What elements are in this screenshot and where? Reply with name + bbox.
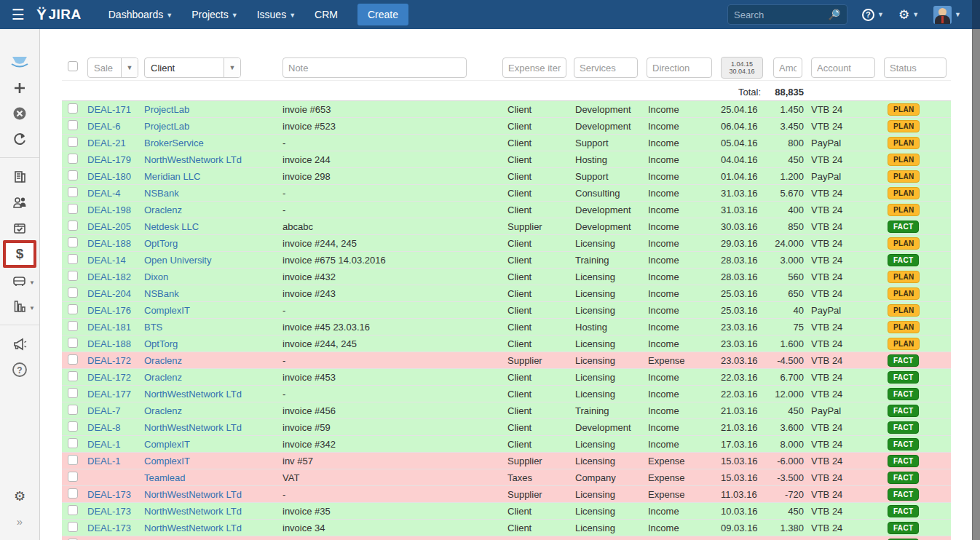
company-link[interactable]: Oraclenz	[144, 405, 282, 416]
row-checkbox[interactable]	[68, 405, 78, 415]
client-select[interactable]: Client ▼	[144, 57, 241, 78]
status-badge[interactable]: FACT	[888, 421, 919, 434]
deal-key-link[interactable]: DEAL-188	[87, 338, 144, 349]
company-link[interactable]: NorthWestNetwork LTd	[144, 489, 282, 500]
row-checkbox[interactable]	[68, 522, 78, 532]
company-link[interactable]: NorthWestNetwork LTd	[144, 506, 282, 517]
deal-key-link[interactable]: DEAL-8	[87, 422, 144, 433]
company-link[interactable]: Dixon	[144, 271, 282, 282]
row-checkbox[interactable]	[68, 505, 78, 515]
status-badge[interactable]: FACT	[888, 472, 919, 484]
row-checkbox[interactable]	[68, 103, 78, 114]
sale-select[interactable]: Sale ▼	[87, 57, 138, 78]
status-badge[interactable]: PLAN	[888, 103, 920, 116]
deal-key-link[interactable]: DEAL-172	[87, 355, 144, 366]
help-icon[interactable]: ?	[3, 357, 36, 382]
company-link[interactable]: ComplexIT	[144, 305, 282, 316]
jira-logo[interactable]: Ÿ JIRA	[36, 6, 82, 23]
row-checkbox[interactable]	[68, 304, 78, 314]
company-link[interactable]: ProjectLab	[144, 104, 282, 115]
status-badge[interactable]: FACT	[888, 522, 919, 534]
row-checkbox[interactable]	[68, 371, 78, 381]
status-badge[interactable]: PLAN	[888, 287, 920, 300]
company-link[interactable]: BTS	[144, 322, 282, 333]
chevron-down-icon[interactable]: ▼	[121, 58, 138, 77]
company-link[interactable]: BrokerService	[144, 138, 282, 148]
status-badge[interactable]: PLAN	[888, 304, 920, 317]
row-checkbox[interactable]	[68, 321, 78, 331]
expand-icon[interactable]: »	[3, 509, 36, 534]
user-menu[interactable]: ▼	[933, 6, 961, 24]
company-link[interactable]: Meridian LLC	[144, 171, 282, 182]
services-filter-input[interactable]	[574, 57, 638, 78]
direction-filter-input[interactable]	[647, 57, 712, 78]
nav-issues[interactable]: Issues▼	[257, 9, 296, 20]
status-badge[interactable]: FACT	[888, 388, 919, 400]
company-link[interactable]: ComplexIT	[144, 439, 282, 450]
deal-key-link[interactable]: DEAL-177	[87, 389, 144, 400]
row-checkbox[interactable]	[68, 187, 78, 197]
row-checkbox[interactable]	[68, 455, 78, 465]
reports-icon[interactable]: ▼	[3, 293, 36, 319]
status-badge[interactable]: FACT	[888, 488, 919, 501]
settings-menu[interactable]: ⚙ ▼	[898, 7, 919, 23]
search-icon[interactable]: 🔍	[829, 9, 841, 20]
company-link[interactable]: OptTorg	[144, 238, 282, 249]
contacts-icon[interactable]	[3, 189, 36, 215]
company-link[interactable]: NorthWestNetwork LTd	[144, 389, 282, 400]
status-badge[interactable]: FACT	[888, 505, 919, 517]
status-badge[interactable]: FACT	[888, 405, 919, 417]
status-badge[interactable]: FACT	[888, 455, 919, 467]
company-link[interactable]: NSBank	[144, 288, 282, 299]
row-checkbox[interactable]	[68, 388, 78, 398]
company-link[interactable]: OptTorg	[144, 338, 282, 349]
company-link[interactable]: Oraclenz	[144, 372, 282, 383]
row-checkbox[interactable]	[68, 472, 78, 482]
deal-key-link[interactable]: DEAL-180	[87, 171, 144, 182]
crm-logo-icon[interactable]	[3, 49, 36, 75]
deal-key-link[interactable]: DEAL-173	[87, 489, 144, 500]
row-checkbox[interactable]	[68, 438, 78, 448]
status-badge[interactable]: PLAN	[888, 321, 920, 333]
status-badge[interactable]: PLAN	[888, 170, 920, 183]
nav-dashboards[interactable]: Dashboards▼	[108, 9, 173, 20]
deal-key-link[interactable]: DEAL-172	[87, 372, 144, 383]
status-badge[interactable]: FACT	[888, 254, 919, 266]
deal-key-link[interactable]: DEAL-173	[87, 506, 144, 517]
company-link[interactable]: ComplexIT	[144, 456, 282, 466]
deal-key-link[interactable]: DEAL-7	[87, 405, 144, 416]
company-link[interactable]: NorthWestNetwork LTd	[144, 154, 282, 165]
help-menu[interactable]: ? ▼	[862, 9, 884, 21]
nav-projects[interactable]: Projects▼	[191, 9, 238, 20]
company-link[interactable]: ProjectLab	[144, 121, 282, 132]
invoices-icon[interactable]: ▼	[3, 268, 36, 293]
row-checkbox[interactable]	[68, 170, 78, 180]
account-filter-input[interactable]	[811, 57, 875, 78]
deal-key-link[interactable]: DEAL-179	[87, 154, 144, 165]
deal-key-link[interactable]: DEAL-198	[87, 205, 144, 215]
date-range-button[interactable]: 1.04.15 30.04.16	[721, 57, 763, 79]
select-all-checkbox[interactable]	[68, 61, 78, 71]
row-checkbox[interactable]	[68, 271, 78, 281]
deal-key-link[interactable]: DEAL-173	[87, 523, 144, 533]
close-icon[interactable]	[3, 100, 36, 126]
status-badge[interactable]: PLAN	[888, 271, 920, 283]
deal-key-link[interactable]: DEAL-1	[87, 456, 144, 466]
status-badge[interactable]: PLAN	[888, 204, 920, 216]
settings-icon[interactable]: ⚙	[3, 483, 36, 509]
products-icon[interactable]	[3, 215, 36, 240]
deal-key-link[interactable]: DEAL-14	[87, 255, 144, 266]
status-badge[interactable]: PLAN	[888, 237, 920, 250]
status-badge[interactable]: FACT	[888, 438, 919, 450]
company-link[interactable]: Oraclenz	[144, 355, 282, 366]
add-icon[interactable]	[3, 75, 36, 100]
search-input[interactable]	[734, 9, 829, 20]
announcement-icon[interactable]	[3, 331, 36, 357]
row-checkbox[interactable]	[68, 338, 78, 348]
search-box[interactable]: 🔍	[727, 4, 847, 25]
status-filter-input[interactable]	[884, 57, 947, 78]
row-checkbox[interactable]	[68, 120, 78, 130]
row-checkbox[interactable]	[68, 221, 78, 231]
deal-key-link[interactable]: DEAL-188	[87, 238, 144, 249]
status-badge[interactable]: FACT	[888, 371, 919, 384]
